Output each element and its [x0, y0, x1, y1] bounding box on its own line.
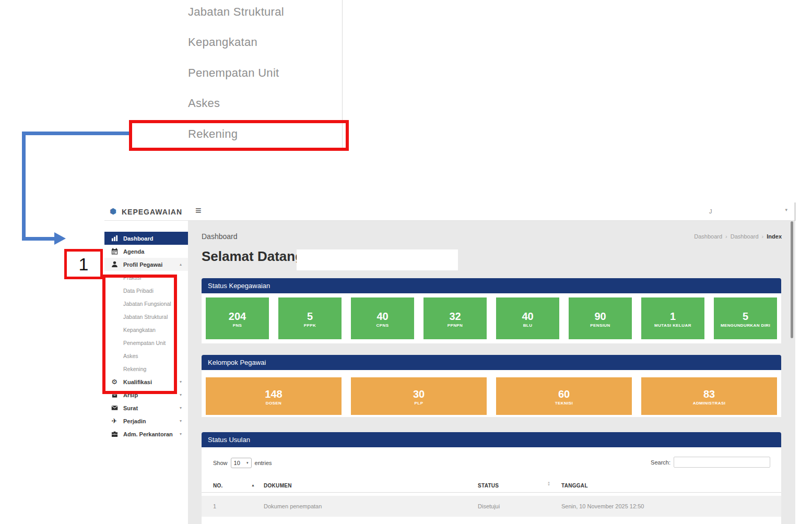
stat-label: PNS: [233, 323, 242, 328]
user-menu-label[interactable]: J: [709, 208, 712, 215]
sidebar-item-surat[interactable]: Surat ▾: [104, 401, 188, 414]
envelope-icon: [111, 404, 118, 412]
breadcrumb-link[interactable]: Dashboard: [694, 233, 722, 240]
main-content: Dashboard Dashboard›Dashboard›Index Sela…: [188, 221, 795, 524]
stat-label: PPPK: [304, 323, 316, 328]
chevron-up-icon: ▴: [180, 262, 182, 267]
column-label: DOKUMEN: [264, 483, 292, 489]
stat-value: 204: [229, 309, 246, 323]
panel-header: Status Usulan: [202, 432, 781, 447]
entries-select-value: 10: [234, 460, 240, 466]
chevron-down-icon: ▾: [180, 379, 182, 384]
sidebar-item-profil-pegawai[interactable]: Profil Pegawai ▴: [104, 258, 188, 271]
zoomed-menu-item-kepangkatan[interactable]: Kepangkatan: [188, 35, 257, 49]
briefcase-icon: [111, 431, 118, 438]
panel-body: 204PNS 5PPPK 40CPNS 32PPNPN 40BLU 90PENS…: [202, 293, 781, 343]
column-header-tanggal[interactable]: TANGGAL: [561, 483, 781, 489]
breadcrumb-link[interactable]: Dashboard: [731, 233, 759, 240]
show-label: Show: [213, 460, 228, 466]
stat-label: TEKNISI: [555, 401, 573, 406]
entries-label: entries: [255, 460, 272, 466]
zoomed-menu-item-penempatan-unit[interactable]: Penempatan Unit: [188, 66, 279, 80]
zoomed-menu-item-askes[interactable]: Askes: [188, 97, 220, 110]
sidebar-item-agenda[interactable]: Agenda: [104, 245, 188, 258]
app-window: ⬢ KEPEGAWAIAN ≡ J ▾ Dashboard Agenda: [104, 203, 795, 524]
stat-label: PENSIUN: [590, 323, 610, 328]
sidebar-item-adm-perkantoran[interactable]: Adm. Perkantoran ▾: [104, 427, 188, 440]
app-header: ⬢ KEPEGAWAIAN ≡ J ▾: [104, 203, 795, 221]
step-number: 1: [79, 254, 89, 275]
sidebar-toggle-icon[interactable]: ≡: [195, 205, 202, 217]
breadcrumb-current: Index: [767, 233, 782, 240]
column-label: TANGGAL: [561, 483, 588, 489]
scrollbar-thumb[interactable]: [791, 221, 793, 338]
stat-label: MUTASI KELUAR: [654, 323, 691, 328]
stat-card-blu: 40BLU: [496, 297, 559, 339]
stat-label: BLU: [523, 323, 533, 328]
panel-status-kepegawaian: Status Kepegawaian 204PNS 5PPPK 40CPNS 3…: [202, 278, 781, 343]
sidebar-item-label: Agenda: [123, 248, 144, 255]
stat-value: 148: [265, 387, 282, 401]
column-label: STATUS: [478, 483, 499, 489]
column-header-no[interactable]: NO. ▲: [213, 483, 264, 489]
user-icon: [111, 261, 118, 268]
stat-card-cpns: 40CPNS: [351, 297, 414, 339]
cell-tanggal: Senin, 10 November 2025 12:50: [561, 503, 781, 509]
user-menu-caret-icon[interactable]: ▾: [785, 207, 787, 212]
cell-no: 1: [213, 503, 264, 509]
stat-value: 30: [413, 387, 425, 401]
entries-select[interactable]: 10 ▾: [231, 458, 252, 468]
breadcrumb-separator: ›: [762, 233, 764, 240]
cell-status: Disetujui: [478, 503, 561, 509]
zoomed-menu-item-jabatan-struktural[interactable]: Jabatan Struktural: [188, 5, 284, 19]
bar-chart-icon: [111, 235, 118, 242]
stat-label: DOSEN: [266, 401, 281, 406]
stat-card-pensiun: 90PENSIUN: [569, 297, 632, 339]
screenshot-canvas: Jabatan Struktural Kepangkatan Penempata…: [0, 0, 812, 524]
stat-value: 5: [743, 309, 748, 323]
panel-body: Show 10 ▾ entries Search: NO.: [202, 447, 781, 524]
stat-card-mengundurkan-diri: 5MENGUNDURKAN DIRI: [714, 297, 777, 339]
search-input[interactable]: [674, 457, 770, 468]
sidebar-item-label: Surat: [123, 405, 138, 411]
panel-status-usulan: Status Usulan Show 10 ▾ entries Search:: [202, 432, 781, 524]
stat-value: 60: [558, 387, 570, 401]
annotation-arrow-segment: [22, 132, 129, 135]
stat-label: PLP: [415, 401, 423, 406]
brand-title[interactable]: KEPEGAWAIAN: [122, 208, 182, 216]
search-label: Search:: [651, 459, 670, 466]
stat-value: 32: [449, 309, 461, 323]
stat-label: MENGUNDURKAN DIRI: [721, 323, 770, 328]
chevron-down-icon: ▾: [180, 419, 182, 423]
stat-label: ADMINISTRASI: [693, 401, 726, 406]
annotation-arrow-segment: [22, 132, 26, 241]
stat-value: 40: [376, 309, 388, 323]
calendar-icon: [111, 248, 118, 255]
panel-body: 148DOSEN 30PLP 60TEKNISI 83ADMINISTRASI: [202, 370, 781, 417]
annotation-arrow-head-icon: [54, 232, 66, 245]
chevron-down-icon: ▾: [180, 392, 182, 397]
table-header-row: NO. ▲ DOKUMEN STATUS ▲▼ TANGGAL: [202, 479, 781, 493]
sidebar-item-perjadin[interactable]: ✈ Perjadin ▾: [104, 414, 188, 427]
breadcrumb-separator: ›: [725, 233, 727, 240]
column-header-dokumen[interactable]: DOKUMEN: [264, 483, 478, 489]
sidebar: Dashboard Agenda Profil Pegawai ▴ P: [104, 221, 188, 524]
sidebar-item-label: Dashboard: [123, 235, 153, 242]
stat-card-pppk: 5PPPK: [278, 297, 342, 339]
panel-header: Status Kepegawaian: [202, 278, 781, 293]
welcome-heading: Selamat Datang,: [202, 248, 307, 265]
sidebar-item-dashboard[interactable]: Dashboard: [104, 232, 188, 245]
sort-icon: ▲▼: [547, 481, 550, 486]
stat-card-administrasi: 83ADMINISTRASI: [641, 377, 777, 415]
panel-kelompok-pegawai: Kelompok Pegawai 148DOSEN 30PLP 60TEKNIS…: [202, 355, 781, 417]
stat-card-teknisi: 60TEKNISI: [496, 377, 632, 415]
highlight-box-rekening: [129, 120, 349, 151]
chevron-down-icon: ▾: [180, 432, 182, 436]
entries-control: Show 10 ▾ entries: [213, 458, 272, 468]
annotation-arrow-segment: [22, 237, 54, 241]
stat-value: 40: [522, 309, 533, 323]
step-number-box: 1: [64, 249, 103, 279]
stat-card-pns: 204PNS: [206, 297, 269, 339]
sidebar-item-label: Profil Pegawai: [123, 261, 162, 268]
column-header-status[interactable]: STATUS ▲▼: [478, 483, 561, 489]
